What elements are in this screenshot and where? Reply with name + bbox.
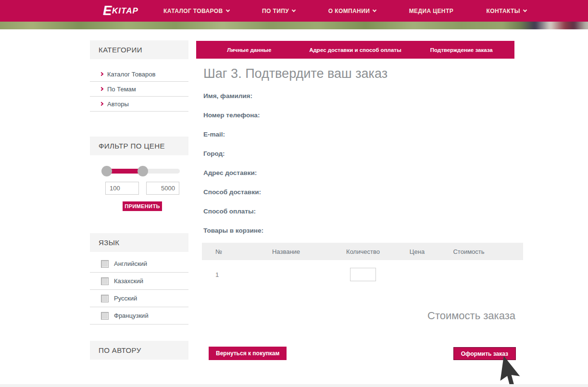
- sidebar-section-title: КАТЕГОРИИ: [99, 46, 142, 54]
- by-author-header: ПО АВТОРУ: [90, 341, 188, 360]
- cart-table-header: № Название Количество Цена Стоимость: [202, 243, 523, 260]
- nav-item-label: ПО ТИПУ: [262, 8, 289, 14]
- apply-filter-button[interactable]: ПРИМЕНИТЬ: [123, 201, 162, 211]
- price-slider-handle-max[interactable]: [138, 166, 148, 176]
- back-to-shopping-button[interactable]: Вернуться к покупкам: [209, 347, 287, 360]
- field-label-phone: Номер телефона:: [203, 112, 260, 119]
- logo[interactable]: E KITAP: [103, 0, 138, 22]
- banner-photo-strip: [0, 22, 588, 29]
- field-label-name: Имя, фамилия:: [203, 92, 252, 100]
- language-label: Казахский: [114, 277, 143, 285]
- step-confirm-order[interactable]: Подтверждение заказа: [408, 41, 514, 59]
- language-checkbox[interactable]: [101, 277, 109, 285]
- language-filter-header: ЯЗЫК: [90, 233, 188, 252]
- nav-item-label: МЕДИА ЦЕНТР: [409, 8, 453, 14]
- language-label: Английский: [114, 260, 147, 267]
- cell-quantity: [327, 268, 399, 281]
- checkout-steps-bar: Личные данные Адрес доставки и способ оп…: [196, 41, 514, 59]
- language-checkbox[interactable]: [101, 260, 109, 268]
- chevron-right-icon: [100, 72, 103, 76]
- nav-item-contacts[interactable]: КОНТАКТЫ: [487, 8, 526, 14]
- sidebar-section-title: ЯЗЫК: [99, 238, 120, 247]
- field-label-delivery-address: Адрес доставки:: [203, 169, 257, 176]
- price-min-input[interactable]: [105, 182, 139, 195]
- language-checkbox[interactable]: [101, 295, 109, 302]
- sidebar-categories-header: КАТЕГОРИИ: [90, 40, 188, 59]
- field-label-email: E-mail:: [203, 131, 225, 138]
- nav-item-catalog[interactable]: КАТАЛОГ ТОВАРОВ: [163, 8, 229, 14]
- table-row: 1: [202, 260, 523, 289]
- logo-text: KITAP: [112, 6, 138, 16]
- language-option-french[interactable]: Французкий: [90, 307, 188, 325]
- sidebar-section-title: ПО АВТОРУ: [99, 346, 141, 354]
- sidebar-item-label: Каталог Товаров: [107, 71, 155, 78]
- footer-strip: [0, 384, 588, 387]
- nav-item-label: О КОМПАНИИ: [328, 8, 370, 14]
- cart-table: № Название Количество Цена Стоимость 1: [202, 243, 523, 289]
- language-label: Французкий: [114, 312, 149, 319]
- language-filter-list: Английский Казахский Русский Французкий: [90, 255, 188, 325]
- sidebar-categories-list: Каталог Товаров По Темам Авторы: [90, 67, 188, 112]
- language-label: Русский: [114, 295, 137, 302]
- column-header-price: Цена: [399, 248, 435, 255]
- language-option-kazakh[interactable]: Казахский: [90, 273, 188, 290]
- column-header-quantity: Количество: [327, 248, 399, 255]
- column-header-total: Стоимость: [435, 248, 502, 255]
- nav-item-about[interactable]: О КОМПАНИИ: [328, 8, 376, 14]
- nav-item-media[interactable]: МЕДИА ЦЕНТР: [409, 8, 453, 14]
- sidebar-item-catalog[interactable]: Каталог Товаров: [90, 67, 188, 82]
- main-nav: КАТАЛОГ ТОВАРОВ ПО ТИПУ О КОМПАНИИ МЕДИА…: [163, 0, 526, 22]
- language-option-english[interactable]: Английский: [90, 255, 188, 273]
- language-checkbox[interactable]: [101, 312, 109, 320]
- sidebar-section-title: ФИЛЬТР ПО ЦЕНЕ: [99, 142, 165, 150]
- nav-item-label: КОНТАКТЫ: [487, 8, 520, 14]
- chevron-right-icon: [100, 87, 103, 91]
- step-personal-data[interactable]: Личные данные: [196, 41, 302, 59]
- column-header-name: Название: [245, 248, 327, 255]
- logo-book-icon: E: [103, 4, 112, 17]
- sidebar-item-label: По Темам: [107, 86, 136, 93]
- field-label-city: Город:: [203, 150, 225, 157]
- chevron-down-icon: [292, 8, 296, 12]
- field-label-payment-method: Способ оплаты:: [203, 208, 256, 215]
- column-header-number: №: [202, 248, 245, 255]
- order-total-label: Стоимость заказа: [427, 310, 515, 322]
- banner-photo: [0, 22, 588, 29]
- nav-item-label: КАТАЛОГ ТОВАРОВ: [163, 8, 223, 14]
- sidebar-item-themes[interactable]: По Темам: [90, 82, 188, 97]
- mouse-cursor-icon: [499, 355, 523, 387]
- price-slider-handle-min[interactable]: [101, 166, 112, 176]
- checkout-page: E KITAP КАТАЛОГ ТОВАРОВ ПО ТИПУ О КОМПАН…: [0, 0, 588, 387]
- sidebar-item-label: Авторы: [107, 100, 129, 108]
- field-label-delivery-method: Способ доставки:: [203, 188, 261, 196]
- quantity-input[interactable]: [350, 268, 376, 281]
- language-option-russian[interactable]: Русский: [90, 290, 188, 307]
- chevron-right-icon: [100, 102, 103, 106]
- price-max-input[interactable]: [146, 182, 179, 195]
- chevron-down-icon: [523, 8, 527, 12]
- nav-item-by-type[interactable]: ПО ТИПУ: [262, 8, 295, 14]
- price-filter-header: ФИЛЬТР ПО ЦЕНЕ: [90, 137, 188, 155]
- top-navbar: E KITAP КАТАЛОГ ТОВАРОВ ПО ТИПУ О КОМПАН…: [0, 0, 588, 22]
- sidebar-item-authors[interactable]: Авторы: [90, 97, 188, 112]
- step-delivery-payment[interactable]: Адрес доставки и способ оплаты: [302, 41, 409, 59]
- chevron-down-icon: [373, 8, 376, 12]
- page-title: Шаг 3. Подтвердите ваш заказ: [203, 66, 388, 81]
- cell-row-number: 1: [202, 271, 245, 278]
- field-label-cart-items: Товары в корзине:: [203, 227, 263, 234]
- chevron-down-icon: [225, 8, 229, 12]
